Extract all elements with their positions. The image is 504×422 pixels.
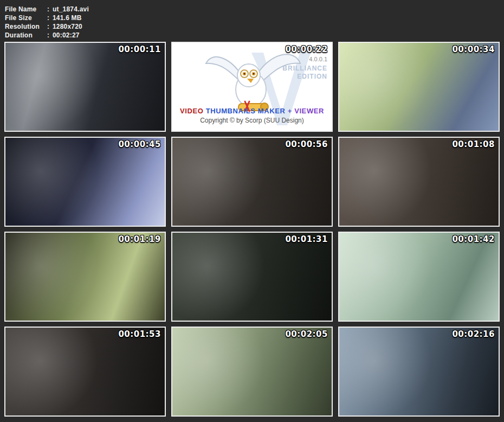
separator: :	[47, 22, 53, 31]
video-thumbnail[interactable]: 00:01:19	[4, 232, 166, 322]
owl-logo-icon	[197, 47, 306, 117]
file-name-value: ut_1874.avi	[53, 5, 504, 14]
app-title-video: VIDEO	[180, 107, 203, 115]
timestamp-overlay: 00:00:45	[118, 139, 161, 149]
video-thumbnail[interactable]: 00:00:11	[4, 42, 166, 132]
file-info-row: File Size : 141.6 MB	[5, 14, 504, 22]
app-title: VIDEO THUMBNAILS MAKER + VIEWER	[172, 107, 332, 115]
timestamp-overlay: 00:00:22	[285, 44, 328, 54]
app-title-plus: +	[288, 107, 292, 115]
video-thumbnail[interactable]: 00:00:34	[338, 42, 500, 132]
video-thumbnail[interactable]: 00:00:45	[4, 137, 166, 227]
video-thumbnail[interactable]: 00:02:05	[171, 327, 333, 417]
file-name-label: File Name	[5, 5, 47, 14]
duration-value: 00:02:27	[53, 31, 504, 40]
resolution-value: 1280x720	[53, 22, 504, 31]
file-info-row: Duration : 00:02:27	[5, 31, 504, 40]
edition-label: BRILLIANCE EDITION	[282, 65, 327, 81]
timestamp-overlay: 00:00:11	[118, 44, 161, 54]
timestamp-overlay: 00:00:56	[285, 139, 328, 149]
separator: :	[47, 31, 53, 40]
thumbnail-grid: 00:00:11 00:00:22 4.0.0.1 BRILLIANCE EDI…	[0, 42, 504, 417]
video-thumbnail[interactable]: 00:01:31	[171, 232, 333, 322]
video-thumbnail[interactable]: 00:01:53	[4, 327, 166, 417]
resolution-label: Resolution	[5, 22, 47, 31]
app-title-viewer: VIEWER	[294, 107, 324, 115]
file-size-value: 141.6 MB	[53, 14, 504, 22]
timestamp-overlay: 00:00:34	[452, 44, 495, 54]
duration-label: Duration	[5, 31, 47, 40]
app-version: 4.0.0.1	[309, 56, 327, 62]
separator: :	[47, 5, 53, 14]
branding-card[interactable]: 00:00:22 4.0.0.1 BRILLIANCE EDITION VI	[171, 42, 333, 132]
video-thumbnail[interactable]: 00:01:08	[338, 137, 500, 227]
copyright-line: Copyright © by Scorp (SUU Design)	[172, 117, 332, 124]
video-thumbnail[interactable]: 00:00:56	[171, 137, 333, 227]
timestamp-overlay: 00:01:53	[118, 329, 161, 339]
file-info-row: File Name : ut_1874.avi	[5, 5, 504, 14]
file-info-row: Resolution : 1280x720	[5, 22, 504, 31]
edition-line2: EDITION	[297, 73, 327, 80]
timestamp-overlay: 00:01:42	[452, 234, 495, 244]
timestamp-overlay: 00:02:05	[285, 329, 328, 339]
edition-line1: BRILLIANCE	[282, 65, 327, 72]
timestamp-overlay: 00:01:19	[118, 234, 161, 244]
timestamp-overlay: 00:01:31	[285, 234, 328, 244]
separator: :	[47, 14, 53, 22]
timestamp-overlay: 00:02:16	[452, 329, 495, 339]
app-title-thumbnails-maker: THUMBNAILS MAKER	[206, 107, 286, 115]
timestamp-overlay: 00:01:08	[452, 139, 495, 149]
video-thumbnail[interactable]: 00:01:42	[338, 232, 500, 322]
video-thumbnail[interactable]: 00:02:16	[338, 327, 500, 417]
file-size-label: File Size	[5, 14, 47, 22]
file-info-panel: File Name : ut_1874.avi File Size : 141.…	[0, 0, 504, 42]
